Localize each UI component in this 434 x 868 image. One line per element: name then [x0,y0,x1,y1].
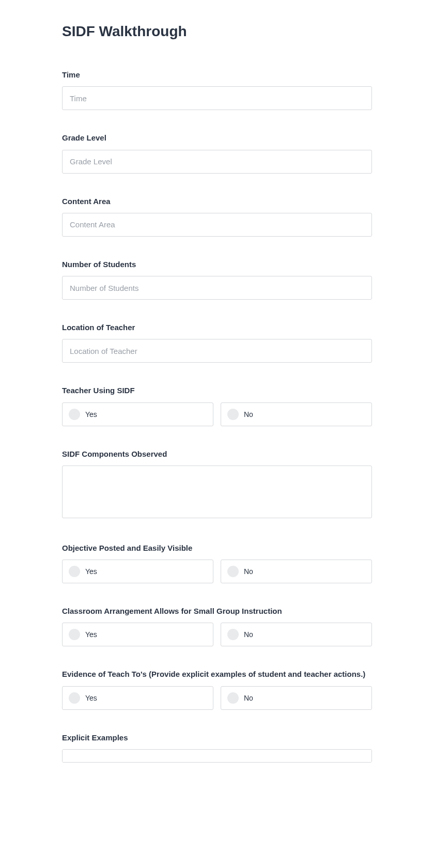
field-sidf-components: SIDF Components Observed [62,449,372,520]
input-grade-level[interactable] [62,150,372,174]
label-number-of-students: Number of Students [62,259,372,270]
label-content-area: Content Area [62,196,372,207]
radio-teacher-sidf-yes[interactable]: Yes [62,402,213,426]
field-objective-posted: Objective Posted and Easily Visible Yes … [62,543,372,583]
radio-teacher-sidf-no[interactable]: No [221,402,372,426]
label-objective-posted: Objective Posted and Easily Visible [62,543,372,553]
radio-label-yes: Yes [85,567,97,576]
radio-circle-icon [227,629,239,640]
input-location-of-teacher[interactable] [62,339,372,363]
field-teacher-using-sidf: Teacher Using SIDF Yes No [62,385,372,426]
field-classroom-arrangement: Classroom Arrangement Allows for Small G… [62,606,372,646]
radio-circle-icon [69,409,80,420]
radio-row-objective-posted: Yes No [62,560,372,583]
textarea-explicit-examples[interactable] [62,749,372,763]
field-location-of-teacher: Location of Teacher [62,322,372,363]
field-evidence-teach-tos: Evidence of Teach To's (Provide explicit… [62,669,372,709]
radio-classroom-no[interactable]: No [221,623,372,646]
field-grade-level: Grade Level [62,133,372,173]
radio-label-no: No [244,567,253,576]
radio-objective-no[interactable]: No [221,560,372,583]
label-explicit-examples: Explicit Examples [62,733,372,743]
label-location-of-teacher: Location of Teacher [62,322,372,333]
field-explicit-examples: Explicit Examples [62,733,372,765]
radio-row-evidence-teach-tos: Yes No [62,686,372,710]
label-time: Time [62,70,372,80]
radio-evidence-yes[interactable]: Yes [62,686,213,710]
radio-circle-icon [227,692,239,704]
textarea-sidf-components[interactable] [62,466,372,518]
radio-row-teacher-using-sidf: Yes No [62,402,372,426]
radio-label-yes: Yes [85,410,97,419]
label-grade-level: Grade Level [62,133,372,143]
input-number-of-students[interactable] [62,276,372,300]
label-classroom-arrangement: Classroom Arrangement Allows for Small G… [62,606,372,616]
radio-circle-icon [227,409,239,420]
radio-objective-yes[interactable]: Yes [62,560,213,583]
field-number-of-students: Number of Students [62,259,372,300]
page-title: SIDF Walkthrough [62,23,372,40]
radio-evidence-no[interactable]: No [221,686,372,710]
label-teacher-using-sidf: Teacher Using SIDF [62,385,372,396]
label-evidence-teach-tos: Evidence of Teach To's (Provide explicit… [62,669,372,679]
label-sidf-components: SIDF Components Observed [62,449,372,459]
field-content-area: Content Area [62,196,372,237]
radio-circle-icon [69,629,80,640]
radio-row-classroom-arrangement: Yes No [62,623,372,646]
radio-classroom-yes[interactable]: Yes [62,623,213,646]
radio-label-yes: Yes [85,694,97,702]
input-content-area[interactable] [62,213,372,237]
input-time[interactable] [62,86,372,110]
radio-label-no: No [244,694,253,702]
radio-label-yes: Yes [85,630,97,639]
field-time: Time [62,70,372,110]
radio-circle-icon [69,566,80,577]
radio-circle-icon [227,566,239,577]
radio-label-no: No [244,410,253,419]
radio-circle-icon [69,692,80,704]
radio-label-no: No [244,630,253,639]
